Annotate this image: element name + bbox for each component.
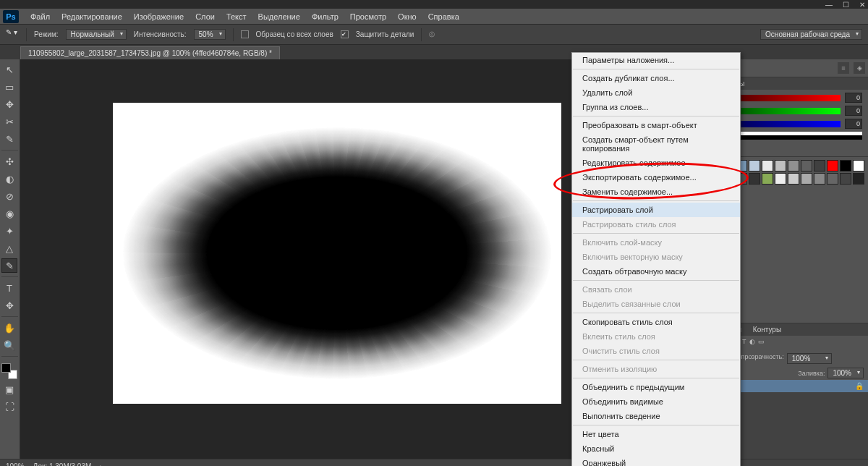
menu-window[interactable]: Окно bbox=[398, 12, 417, 21]
menu-select[interactable]: Выделение bbox=[258, 12, 300, 21]
ctx-item[interactable]: Параметры наложения... bbox=[572, 53, 740, 67]
tool-gradient[interactable]: △ bbox=[1, 241, 17, 255]
menu-help[interactable]: Справка bbox=[428, 12, 459, 21]
tool-eraser[interactable]: ✦ bbox=[1, 224, 17, 238]
menu-edit[interactable]: Редактирование bbox=[61, 12, 122, 21]
layer-context-menu: Параметры наложения...Создать дубликат с… bbox=[571, 52, 741, 466]
opacity-dropdown[interactable]: 100% bbox=[787, 353, 832, 364]
tool-lasso[interactable]: ✥ bbox=[1, 97, 17, 111]
ctx-item[interactable]: Преобразовать в смарт-объект bbox=[572, 118, 740, 132]
sample-all-checkbox[interactable] bbox=[241, 30, 249, 38]
swatch[interactable] bbox=[762, 173, 773, 185]
workspace-dropdown[interactable]: Основная рабочая среда bbox=[760, 29, 862, 40]
filter-icon-4[interactable]: ▭ bbox=[758, 338, 765, 349]
tool-marquee[interactable]: ▭ bbox=[1, 80, 17, 94]
swatch[interactable] bbox=[762, 160, 773, 171]
intensity-dropdown[interactable]: 50% bbox=[194, 29, 226, 40]
swatch[interactable] bbox=[827, 160, 838, 171]
filter-icon-2[interactable]: T bbox=[742, 338, 746, 349]
tool-stamp[interactable]: ⊘ bbox=[1, 189, 17, 203]
menu-text[interactable]: Текст bbox=[226, 12, 247, 21]
ctx-item[interactable]: Красный bbox=[572, 441, 740, 456]
ctx-item[interactable]: Создать обтравочную маску bbox=[572, 264, 740, 279]
brush-pressure-icon[interactable]: ⦾ bbox=[429, 30, 435, 39]
ctx-item[interactable]: Выполнить сведение bbox=[572, 409, 740, 423]
panel-icon-2[interactable]: ◈ bbox=[854, 62, 865, 74]
doc-size: Док: 1,30M/3,03M bbox=[33, 462, 92, 466]
tool-brush[interactable]: ◐ bbox=[1, 171, 17, 186]
swatch[interactable] bbox=[775, 173, 786, 185]
ctx-item[interactable]: Растрировать слой bbox=[572, 203, 740, 217]
ctx-item[interactable]: Создать дубликат слоя... bbox=[572, 71, 740, 85]
close-button[interactable]: ✕ bbox=[859, 1, 865, 9]
swatch[interactable] bbox=[853, 173, 864, 185]
minimize-button[interactable]: — bbox=[825, 1, 833, 9]
swatch[interactable] bbox=[853, 160, 864, 171]
ctx-item[interactable]: Объединить видимые bbox=[572, 394, 740, 409]
swatch[interactable] bbox=[801, 173, 812, 185]
ctx-item: Выделить связанные слои bbox=[572, 297, 740, 311]
ctx-item: Включить векторную маску bbox=[572, 250, 740, 264]
ctx-item[interactable]: Скопировать стиль слоя bbox=[572, 315, 740, 329]
swatch[interactable] bbox=[840, 160, 851, 171]
zoom-level[interactable]: 100% bbox=[6, 462, 25, 466]
mode-dropdown[interactable]: Нормальный bbox=[66, 29, 127, 40]
ctx-item[interactable]: Заменить содержимое... bbox=[572, 185, 740, 199]
value-blue[interactable]: 0 bbox=[845, 119, 862, 129]
ctx-item[interactable]: Удалить слой bbox=[572, 85, 740, 100]
swatch[interactable] bbox=[801, 160, 812, 171]
ctx-item[interactable]: Создать смарт-объект путем копирования bbox=[572, 132, 740, 156]
swatch[interactable] bbox=[788, 160, 799, 171]
swatch[interactable] bbox=[814, 173, 825, 185]
ctx-item[interactable]: Оранжевый bbox=[572, 456, 740, 466]
menu-filter[interactable]: Фильтр bbox=[312, 12, 339, 21]
ctx-item: Очистить стиль слоя bbox=[572, 344, 740, 358]
document-tab[interactable]: 110955802_large_2031587_1734753.jpg @ 10… bbox=[20, 46, 280, 59]
ctx-item[interactable]: Группа из слоев... bbox=[572, 100, 740, 114]
swatch[interactable] bbox=[827, 173, 838, 185]
menu-view[interactable]: Просмотр bbox=[350, 12, 386, 21]
swatch[interactable] bbox=[749, 173, 760, 185]
screen-mode-icon[interactable]: ⛶ bbox=[1, 399, 17, 414]
tab-paths[interactable]: Контуры bbox=[747, 323, 787, 336]
ctx-item: Связать слои bbox=[572, 282, 740, 297]
tool-healing[interactable]: ✣ bbox=[1, 154, 17, 169]
document-canvas[interactable] bbox=[113, 103, 561, 404]
menu-image[interactable]: Изображение bbox=[134, 12, 184, 21]
swatch[interactable] bbox=[749, 160, 760, 171]
tool-sharpen[interactable]: ✎ bbox=[1, 258, 17, 273]
swatch[interactable] bbox=[775, 160, 786, 171]
ctx-item[interactable]: Нет цвета bbox=[572, 427, 740, 441]
value-red[interactable]: 0 bbox=[845, 93, 862, 103]
filter-icon-3[interactable]: ◐ bbox=[749, 338, 755, 349]
value-green[interactable]: 0 bbox=[845, 106, 862, 116]
maximize-button[interactable]: ☐ bbox=[843, 1, 849, 9]
menu-file[interactable]: Файл bbox=[30, 12, 50, 21]
tool-type[interactable]: T bbox=[1, 281, 17, 295]
swatch[interactable] bbox=[814, 160, 825, 171]
tool-move[interactable]: ↖ bbox=[1, 62, 17, 77]
tool-hand[interactable]: ✋ bbox=[1, 321, 17, 335]
ctx-item[interactable]: Экспортировать содержимое... bbox=[572, 170, 740, 185]
panel-icon-1[interactable]: ≡ bbox=[838, 62, 849, 74]
tool-path[interactable]: ✥ bbox=[1, 298, 17, 313]
swatch[interactable] bbox=[840, 173, 851, 185]
tool-eyedropper[interactable]: ✎ bbox=[1, 132, 17, 146]
color-swatch-fgbg[interactable] bbox=[1, 363, 17, 379]
current-tool-icon[interactable]: ✎ ▾ bbox=[6, 28, 19, 41]
tool-history-brush[interactable]: ◉ bbox=[1, 206, 17, 221]
ctx-item[interactable]: Объединить с предыдущим bbox=[572, 380, 740, 394]
tool-zoom[interactable]: 🔍 bbox=[1, 338, 17, 352]
protect-details-checkbox[interactable] bbox=[341, 30, 349, 38]
foreground-color-swatch[interactable] bbox=[1, 363, 11, 373]
quick-mask-icon[interactable]: ▣ bbox=[1, 382, 17, 397]
ctx-item[interactable]: Редактировать содержимое bbox=[572, 156, 740, 170]
ctx-item: Включить слой-маску bbox=[572, 235, 740, 250]
mode-label: Режим: bbox=[34, 30, 59, 38]
tool-crop[interactable]: ✂ bbox=[1, 114, 17, 129]
swatch[interactable] bbox=[788, 173, 799, 185]
menu-layers[interactable]: Слои bbox=[195, 12, 215, 21]
title-bar: — ☐ ✕ bbox=[0, 0, 868, 9]
app-logo: Ps bbox=[3, 10, 19, 23]
fill-dropdown[interactable]: 100% bbox=[827, 368, 864, 378]
